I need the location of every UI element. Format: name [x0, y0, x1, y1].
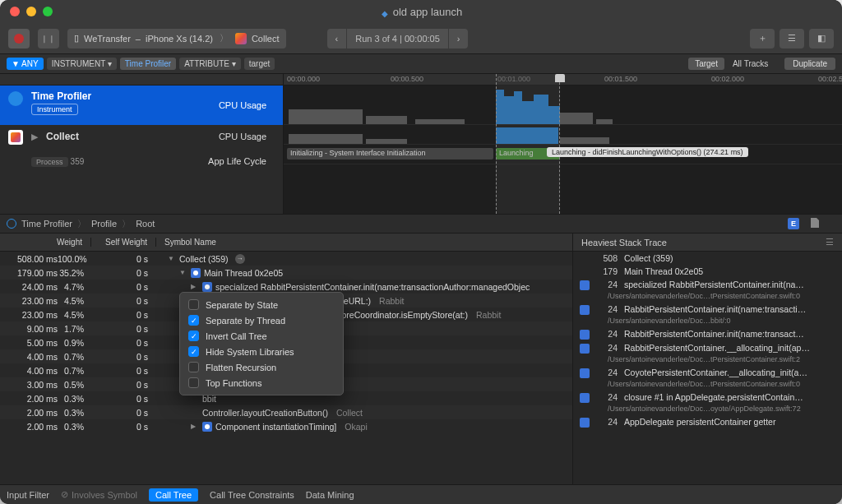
track-label-column: Time Profiler Instrument CPU Usage ▶ Col…	[0, 74, 284, 214]
run-navigator[interactable]: ‹ Run 3 of 4 | 00:00:05 ›	[327, 29, 469, 49]
popup-item[interactable]: Top Functions	[180, 375, 343, 391]
timeline-canvas[interactable]: 00:00.000 00:00.500 00:01.000 00:01.500 …	[284, 74, 842, 214]
checkbox[interactable]	[188, 377, 199, 388]
stack-row[interactable]: 508Collect (359)	[573, 252, 842, 265]
track-collect[interactable]: ▶ Collect CPU Usage Process 359 App Life…	[0, 125, 283, 173]
tree-header: Weight Self Weight Symbol Name	[0, 234, 572, 252]
titlebar: old app launch	[0, 0, 842, 23]
timeline-area: Time Profiler Instrument CPU Usage ▶ Col…	[0, 74, 842, 214]
stack-row[interactable]: 24specialized RabbitPersistentContainer.…	[573, 278, 842, 292]
run-info: Run 3 of 4 | 00:00:05	[347, 29, 448, 49]
detail-pane: Weight Self Weight Symbol Name 508.00 ms…	[0, 234, 842, 484]
stack-row[interactable]: 179Main Thread 0x2e05	[573, 265, 842, 278]
breadcrumb-item[interactable]: Profile	[91, 219, 117, 229]
toolbar: ▯ WeTransfer – iPhone Xs (14.2) 〉 Collec…	[0, 23, 842, 54]
lifecycle-callout: Launching - didFinishLaunchingWithOption…	[547, 147, 748, 157]
breadcrumb-item[interactable]: Time Profiler	[21, 219, 72, 229]
popup-item[interactable]: Separate by Thread	[180, 312, 343, 328]
call-tree-options-popup: Separate by StateSeparate by ThreadInver…	[179, 292, 344, 395]
stack-row[interactable]: 24CoyotePersistentContainer.__allocating…	[573, 366, 842, 380]
stack-row-path: /Users/antoinevanderlee/Doc…oyote/AppDel…	[573, 405, 842, 415]
checkbox[interactable]	[188, 331, 199, 341]
stack-row[interactable]: 24RabbitPersistentContainer.init(name:tr…	[573, 303, 842, 317]
track-title: Time Profiler	[31, 90, 210, 102]
record-button[interactable]	[8, 29, 30, 49]
filter-instrument-value[interactable]: Time Profiler	[120, 58, 176, 70]
stack-title: Heaviest Stack Trace	[581, 238, 667, 247]
stack-row-path: /Users/antoinevanderlee/Doc…tPersistentC…	[573, 292, 842, 303]
call-tree: Weight Self Weight Symbol Name 508.00 ms…	[0, 234, 572, 484]
checkbox[interactable]	[188, 362, 199, 372]
tree-row[interactable]: 179.00 ms35.2%0 s▼Main Thread 0x2e05	[0, 266, 572, 280]
tree-row[interactable]: 2.00 ms0.3%0 s▶Component instantiationTi…	[0, 419, 572, 433]
playhead-handle[interactable]	[555, 74, 565, 82]
add-instrument-button[interactable]: ＋	[750, 29, 775, 49]
track-metric-label: CPU Usage	[219, 132, 275, 141]
popup-item[interactable]: Separate by State	[180, 297, 343, 312]
user-code-icon	[580, 393, 590, 403]
popup-item[interactable]: Flatten Recursion	[180, 359, 343, 375]
stack-row[interactable]: 24AppDelegate persistentContainer getter	[573, 415, 842, 429]
tree-row[interactable]: 2.00 ms0.3%0 sController.layoutCreationB…	[0, 405, 572, 419]
detail-filter-bar: Input Filter ⊘ Involves Symbol Call Tree…	[0, 484, 842, 504]
track-time-profiler[interactable]: Time Profiler Instrument CPU Usage	[0, 86, 283, 125]
user-code-icon	[580, 418, 590, 428]
ruler-tick: 00:00.000	[287, 75, 320, 83]
checkbox[interactable]	[188, 299, 199, 310]
inspector-toggle-button[interactable]: ◧	[809, 29, 834, 49]
lane-collect-cpu	[284, 125, 842, 145]
stack-row[interactable]: 24closure #1 in AppDelegate.persistentCo…	[573, 391, 842, 405]
target-selector[interactable]: ▯ WeTransfer – iPhone Xs (14.2) 〉 Collec…	[67, 29, 286, 49]
detail-breadcrumb: Time Profiler 〉 Profile 〉 Root E	[0, 214, 842, 234]
window-title: old app launch	[0, 6, 842, 18]
col-self-weight[interactable]: Self Weight	[90, 238, 156, 247]
call-tree-tab[interactable]: Call Tree	[149, 488, 198, 502]
target-app-label: WeTransfer	[84, 34, 131, 44]
lifecycle-segment-init[interactable]: Initializing - System Interface Initiali…	[287, 148, 493, 160]
trace-doc-icon	[380, 7, 390, 16]
run-next-button[interactable]: ›	[449, 29, 469, 49]
data-mining-tab[interactable]: Data Mining	[306, 490, 354, 500]
stack-row[interactable]: 24RabbitPersistentContainer.__allocating…	[573, 341, 842, 355]
extended-detail-icon[interactable]: E	[788, 218, 799, 229]
pause-button[interactable]	[38, 29, 59, 49]
target-device-label: iPhone Xs (14.2)	[146, 34, 213, 44]
run-prev-button[interactable]: ‹	[327, 29, 347, 49]
constraints-tab[interactable]: Call Tree Constraints	[210, 490, 294, 500]
track-pid: 359	[71, 157, 85, 166]
stack-row[interactable]: 24RabbitPersistentContainer.init(name:tr…	[573, 327, 842, 341]
duplicate-button[interactable]: Duplicate	[784, 58, 835, 70]
target-scope-button[interactable]: Target	[688, 58, 724, 70]
filter-instrument-label[interactable]: INSTRUMENT ▾	[47, 58, 117, 70]
col-symbol[interactable]: Symbol Name	[156, 238, 572, 247]
filter-attribute-label[interactable]: ATTRIBUTE ▾	[179, 58, 241, 70]
stack-row-path: /Users/antoinevanderlee/Doc…tPersistentC…	[573, 355, 842, 366]
focus-arrow-icon[interactable]	[235, 254, 245, 264]
stack-row-path: /Users/antoinevanderlee/Doc…bbit/:0	[573, 317, 842, 327]
popup-item[interactable]: Hide System Libraries	[180, 344, 343, 359]
tree-row[interactable]: 508.00 ms100.0%0 s▼Collect (359)	[0, 252, 572, 266]
profiler-icon	[7, 219, 16, 229]
involves-symbol-field[interactable]: ⊘ Involves Symbol	[61, 489, 137, 500]
window-zoom-button[interactable]	[43, 7, 53, 16]
window-close-button[interactable]	[10, 7, 20, 16]
library-button[interactable]: ☰	[780, 29, 804, 49]
popup-item[interactable]: Invert Call Tree	[180, 328, 343, 344]
ruler-tick: 00:02.500	[818, 75, 842, 83]
filter-any-tag[interactable]: ▼ ANY	[7, 58, 44, 70]
stack-settings-icon[interactable]: ☰	[826, 237, 834, 247]
input-filter-label[interactable]: Input Filter	[7, 490, 49, 500]
stack-row-path: /Users/antoinevanderlee/Doc…tPersistentC…	[573, 380, 842, 391]
checkbox[interactable]	[188, 315, 199, 326]
track-title: Collect	[46, 131, 79, 142]
checkbox[interactable]	[188, 346, 199, 357]
all-tracks-button[interactable]: All Tracks	[733, 59, 768, 68]
breadcrumb-item[interactable]: Root	[136, 219, 155, 229]
col-weight[interactable]: Weight	[0, 238, 90, 247]
user-code-icon	[580, 280, 590, 290]
detail-doc-icon[interactable]	[811, 218, 822, 229]
user-code-icon	[580, 330, 590, 340]
filter-target-label[interactable]: target	[244, 58, 275, 70]
user-code-icon	[202, 282, 212, 292]
window-minimize-button[interactable]	[26, 7, 36, 16]
